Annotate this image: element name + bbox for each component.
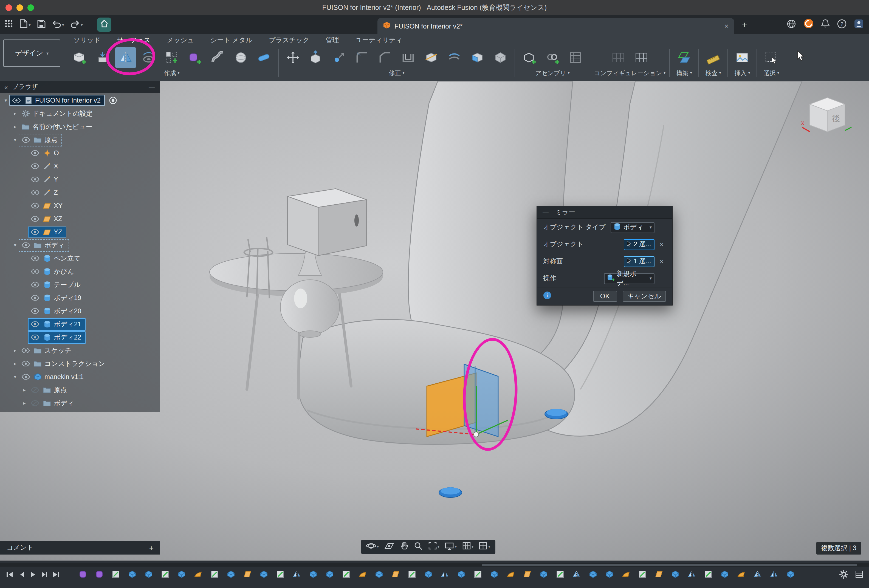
collapse-panel-icon[interactable]: « — [0, 84, 12, 90]
timeline-feature-form-icon[interactable] — [94, 569, 104, 579]
info-icon[interactable]: i — [543, 291, 552, 301]
boundary-fill-tool-icon[interactable] — [490, 47, 511, 68]
tree-item[interactable]: ボディ22 — [0, 331, 160, 344]
objects-selection-chip[interactable]: 2 選... — [624, 239, 654, 250]
expand-chevron-icon[interactable]: ▸ — [21, 400, 28, 406]
tree-item[interactable]: ボディ19 — [0, 291, 160, 304]
tree-item[interactable]: XZ — [0, 212, 160, 225]
tree-item[interactable]: かびん — [0, 265, 160, 278]
visibility-icon[interactable] — [30, 335, 40, 340]
expand-chevron-icon[interactable]: ▸ — [21, 387, 28, 393]
account-avatar[interactable] — [804, 19, 814, 31]
select-tool-tool-icon[interactable] — [761, 47, 782, 68]
bom-table-tool-icon[interactable] — [565, 47, 586, 68]
timeline-feature-surface-icon[interactable] — [358, 569, 368, 579]
look-at-icon[interactable] — [382, 541, 396, 552]
ribbon-tab-シート メタル[interactable]: シート メタル — [211, 36, 253, 45]
expand-chevron-icon[interactable]: ▾ — [2, 98, 9, 103]
expand-chevron-icon[interactable]: ▾ — [12, 137, 19, 143]
timeline-feature-body-icon[interactable] — [605, 569, 614, 579]
thicken-tool-icon[interactable] — [444, 47, 465, 68]
offset-face-tool-icon[interactable] — [329, 47, 350, 68]
tree-item[interactable]: Y — [0, 173, 160, 186]
skip-start-button[interactable] — [6, 570, 13, 580]
visibility-icon[interactable] — [30, 295, 40, 301]
tree-item[interactable]: XY — [0, 199, 160, 212]
new-component-tool-icon[interactable] — [519, 47, 540, 68]
timeline-feature-body-icon[interactable] — [539, 569, 549, 579]
tree-item[interactable]: ▾manekin v1:1 — [0, 370, 160, 384]
timeline-scrollbar-thumb[interactable] — [482, 564, 857, 566]
ribbon-tab-ユーティリティ[interactable]: ユーティリティ — [356, 36, 402, 45]
help-icon[interactable]: ? — [837, 19, 847, 30]
visibility-icon[interactable] — [30, 282, 40, 287]
redo-icon[interactable]: ▾ — [71, 19, 83, 30]
revolve-tool-icon[interactable] — [138, 47, 159, 68]
timeline-settings-icon[interactable] — [839, 570, 848, 581]
play-button[interactable] — [30, 570, 36, 580]
zoom-icon[interactable] — [412, 541, 424, 552]
clear-plane-icon[interactable]: × — [657, 258, 666, 265]
new-tab-button[interactable]: + — [742, 20, 747, 31]
timeline-feature-sketch-icon[interactable] — [160, 569, 170, 579]
timeline-feature-mirror-icon[interactable] — [292, 569, 302, 579]
viewports-icon[interactable]: ▾ — [477, 541, 492, 552]
box-body[interactable] — [288, 189, 366, 256]
timeline-feature-sketch-icon[interactable] — [703, 569, 713, 579]
timeline-options-icon[interactable] — [855, 570, 863, 581]
timeline-feature-sketch-icon[interactable] — [341, 569, 351, 579]
expand-chevron-icon[interactable]: ▸ — [12, 348, 19, 353]
timeline-feature-plane-icon[interactable] — [391, 569, 400, 579]
symmetry-plane-blue[interactable] — [464, 364, 498, 437]
ok-button[interactable]: OK — [593, 291, 617, 302]
construction-plane-tool-icon[interactable] — [674, 47, 694, 68]
window-zoom-button[interactable] — [27, 4, 34, 11]
ribbon-group-label[interactable]: 選択▾ — [764, 68, 779, 77]
sweep-tool-icon[interactable] — [208, 47, 228, 68]
cancel-button[interactable]: キャンセル — [623, 291, 666, 302]
ribbon-tab-プラスチック[interactable]: プラスチック — [269, 36, 309, 45]
visibility-off-icon[interactable] — [30, 400, 40, 406]
object-type-select[interactable]: ボディ ▾ — [611, 222, 654, 233]
visibility-icon[interactable] — [30, 176, 40, 182]
ribbon-group-label[interactable]: 挿入▾ — [735, 68, 750, 77]
extrude-tool-icon[interactable] — [92, 47, 113, 68]
timeline-feature-surface-icon[interactable] — [736, 569, 746, 579]
visibility-icon[interactable] — [21, 348, 31, 353]
close-tab-icon[interactable]: × — [724, 22, 728, 30]
move-copy-tool-icon[interactable] — [283, 47, 303, 68]
timeline-feature-body-icon[interactable] — [720, 569, 730, 579]
patch-tool-icon[interactable] — [467, 47, 488, 68]
timeline-feature-mirror-icon[interactable] — [753, 569, 762, 579]
chamfer-tool-icon[interactable] — [375, 47, 396, 68]
timeline-feature-surface-icon[interactable] — [506, 569, 516, 579]
insert-image-tool-icon[interactable] — [732, 47, 753, 68]
timeline-feature-mirror-icon[interactable] — [769, 569, 779, 579]
timeline-feature-body-icon[interactable] — [325, 569, 335, 579]
sphere-tool-icon[interactable] — [230, 47, 251, 68]
document-tab[interactable]: FUISON for Interior v2* × — [377, 18, 734, 34]
tree-item[interactable]: ▸ボディ — [0, 397, 160, 410]
minimize-panel-icon[interactable]: — — [149, 84, 155, 90]
visibility-icon[interactable] — [21, 361, 31, 366]
ribbon-tab-管理[interactable]: 管理 — [326, 36, 339, 45]
expand-chevron-icon[interactable]: ▾ — [12, 374, 19, 379]
visibility-icon[interactable] — [30, 321, 40, 327]
fillet-tool-icon[interactable] — [351, 47, 372, 68]
timeline-feature-sketch-icon[interactable] — [473, 569, 483, 579]
ribbon-group-label[interactable]: コンフィギュレーション▾ — [594, 68, 666, 77]
tree-item[interactable]: ▸スケッチ — [0, 344, 160, 357]
visibility-icon[interactable] — [30, 190, 40, 195]
mirror-tool-icon[interactable] — [115, 47, 136, 68]
app-grid-icon[interactable] — [4, 19, 13, 30]
comments-bar[interactable]: コメント + — [0, 541, 160, 554]
timeline-feature-sketch-icon[interactable] — [111, 569, 121, 579]
fit-icon[interactable]: ▾ — [426, 541, 441, 552]
timeline-feature-body-icon[interactable] — [670, 569, 680, 579]
rectangular-pattern-tool-icon[interactable] — [161, 47, 182, 68]
ribbon-group-label[interactable]: アセンブリ▾ — [535, 68, 570, 77]
visibility-icon[interactable] — [21, 137, 31, 143]
data-panel-home-icon[interactable] — [97, 18, 111, 32]
timeline-feature-body-icon[interactable] — [588, 569, 598, 579]
timeline-feature-sketch-icon[interactable] — [407, 569, 417, 579]
